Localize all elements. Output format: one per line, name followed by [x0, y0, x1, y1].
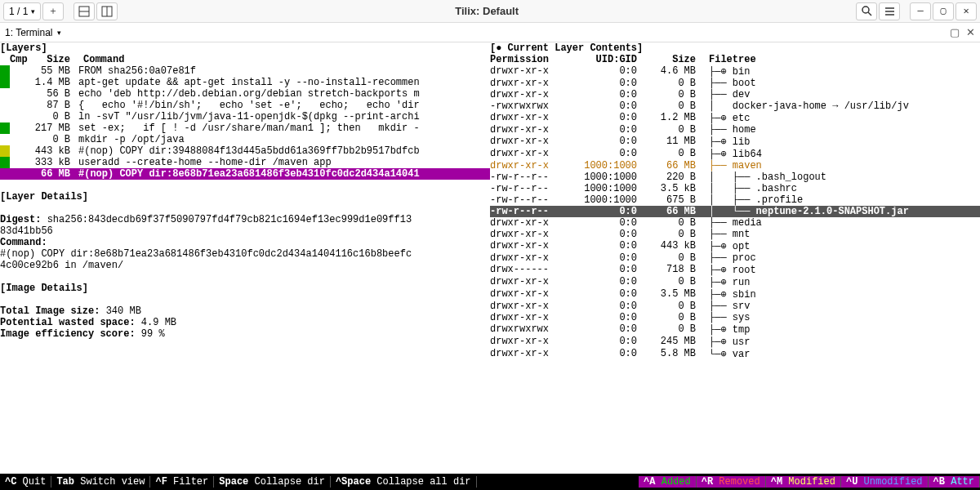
file-tree: ├─⊕ root — [702, 264, 980, 276]
footer-key-quit[interactable]: ^C Quit — [0, 476, 51, 488]
tab-bar: 1: Terminal ▾ ▢ ✕ — [0, 23, 980, 42]
close-window-button[interactable]: ✕ — [956, 2, 977, 20]
menu-button[interactable] — [879, 2, 900, 20]
file-uidgid: 0:0 — [564, 301, 637, 312]
layer-row[interactable]: 56 Becho 'deb http://deb.debian.org/debi… — [0, 88, 490, 100]
filetree-row[interactable]: drwxr-xr-x0:01.2 MB├─⊕ etc — [490, 112, 980, 124]
svg-point-4 — [862, 7, 869, 13]
image-details-title: [Image Details] — [0, 283, 490, 294]
cmp-indicator — [0, 145, 10, 157]
close-pane-icon[interactable]: ✕ — [966, 26, 975, 38]
footer-key-collapse-all-dir[interactable]: ^Space Collapse all dir — [331, 476, 477, 488]
legend-added[interactable]: ^A Added — [639, 476, 697, 488]
file-uidgid: 0:0 — [564, 264, 637, 276]
legend-removed[interactable]: ^R Removed — [697, 476, 766, 488]
file-tree: │ ├── .bash_logout — [702, 172, 980, 183]
file-tree: ├── boot — [702, 78, 980, 89]
search-button[interactable] — [856, 2, 877, 20]
file-size: 443 kB — [637, 240, 702, 252]
add-terminal-button[interactable]: ＋ — [42, 2, 64, 20]
window-toolbar: 1 / 1 ▾ ＋ Tilix: Default — ▢ ✕ — [0, 0, 980, 23]
filetree-row[interactable]: drwx------0:0718 B├─⊕ root — [490, 264, 980, 276]
filetree-row[interactable]: drwxr-xr-x0:0245 MB├─⊕ usr — [490, 336, 980, 348]
file-size: 0 B — [637, 276, 702, 288]
filetree-row[interactable]: drwxr-xr-x0:00 B├─⊕ lib64 — [490, 148, 980, 160]
legend-modified[interactable]: ^M Modified — [766, 476, 841, 488]
file-perm: drwxr-xr-x — [490, 336, 564, 348]
legend-attr[interactable]: ^B Attr — [929, 476, 980, 488]
maximize-pane-icon[interactable]: ▢ — [950, 26, 960, 38]
layers-list[interactable]: 55 MBFROM sha256:0a07e81f1.4 MBapt-get u… — [0, 65, 490, 180]
hdr-uidgid: UID:GID — [564, 54, 637, 65]
filetree-row[interactable]: -rw-r--r--1000:1000675 B│ ├── .profile — [490, 194, 980, 206]
layer-size: 56 B — [10, 88, 78, 100]
file-size: 0 B — [637, 78, 702, 89]
maximize-button[interactable]: ▢ — [933, 2, 954, 20]
footer-key-collapse-dir[interactable]: Space Collapse dir — [214, 476, 331, 488]
filetree-row[interactable]: drwxr-xr-x0:00 B├── srv — [490, 301, 980, 312]
command-label: Command: — [0, 237, 490, 248]
minimize-button[interactable]: — — [910, 2, 931, 20]
layer-row[interactable]: 217 MBset -ex; if [ ! -d /usr/share/man/… — [0, 122, 490, 134]
hdr-size: Size — [34, 54, 78, 65]
layer-row[interactable]: 0 Bmkdir -p /opt/java — [0, 134, 490, 145]
file-uidgid: 0:0 — [564, 65, 637, 78]
file-size: 11 MB — [637, 136, 702, 148]
file-uidgid: 0:0 — [564, 206, 637, 217]
layer-row[interactable]: 0 Bln -svT "/usr/lib/jvm/java-11-openjdk… — [0, 111, 490, 122]
footer-key-switch-view[interactable]: Tab Switch view — [51, 476, 150, 488]
layer-size: 66 MB — [10, 168, 78, 180]
layer-row[interactable]: 66 MB#(nop) COPY dir:8e68b71ea23a681486f… — [0, 168, 490, 180]
layer-row[interactable]: 333 kBuseradd --create-home --home-dir /… — [0, 157, 490, 168]
split-right-button[interactable] — [96, 2, 118, 20]
legend-unmodified[interactable]: ^U Unmodified — [841, 476, 929, 488]
chevron-down-icon[interactable]: ▾ — [57, 29, 61, 37]
filetree-row[interactable]: drwxr-xr-x0:00 B├── media — [490, 217, 980, 229]
file-size: 3.5 kB — [637, 183, 702, 194]
filetree-row[interactable]: drwxr-xr-x0:04.6 MB├─⊕ bin — [490, 65, 980, 78]
filetree-row[interactable]: -rw-r--r--1000:1000220 B│ ├── .bash_logo… — [490, 172, 980, 183]
file-size: 0 B — [637, 229, 702, 240]
file-uidgid: 0:0 — [564, 229, 637, 240]
file-uidgid: 0:0 — [564, 312, 637, 323]
layer-row[interactable]: 87 B{ echo '#!/bin/sh'; echo 'set -e'; e… — [0, 100, 490, 111]
file-perm: drwxr-xr-x — [490, 252, 564, 264]
filetree-row[interactable]: -rw-r--r--1000:10003.5 kB│ ├── .bashrc — [490, 183, 980, 194]
file-tree: ├─⊕ etc — [702, 112, 980, 124]
filetree-row[interactable]: drwxr-xr-x0:05.8 MB└─⊕ var — [490, 348, 980, 360]
layer-row[interactable]: 55 MBFROM sha256:0a07e81f — [0, 65, 490, 77]
filetree-list[interactable]: drwxr-xr-x0:04.6 MB├─⊕ bindrwxr-xr-x0:00… — [490, 65, 980, 360]
file-perm: drwxr-xr-x — [490, 276, 564, 288]
layer-command: { echo '#!/bin/sh'; echo 'set -e'; echo;… — [78, 100, 490, 111]
footer-bar: ^C QuitTab Switch view^F FilterSpace Col… — [0, 474, 980, 490]
filetree-row[interactable]: drwxr-xr-x1000:100066 MB├── maven — [490, 160, 980, 172]
filetree-row[interactable]: drwxr-xr-x0:00 B├── mnt — [490, 229, 980, 240]
file-uidgid: 0:0 — [564, 240, 637, 252]
tab-label[interactable]: 1: Terminal — [5, 27, 52, 38]
filetree-row[interactable]: drwxr-xr-x0:03.5 MB├─⊕ sbin — [490, 288, 980, 301]
footer-key-filter[interactable]: ^F Filter — [150, 476, 214, 488]
file-size: 66 MB — [637, 160, 702, 172]
file-tree: ├── proc — [702, 252, 980, 264]
filetree-row[interactable]: drwxr-xr-x0:00 B├── dev — [490, 89, 980, 100]
filetree-row[interactable]: drwxrwxrwx0:00 B├─⊕ tmp — [490, 323, 980, 336]
filetree-row[interactable]: drwxr-xr-x0:00 B├── home — [490, 124, 980, 136]
filetree-row[interactable]: -rw-r--r--0:066 MB│ └── neptune-2.1.0-SN… — [490, 206, 980, 217]
filetree-row[interactable]: drwxr-xr-x0:0443 kB├─⊕ opt — [490, 240, 980, 252]
file-perm: drwxr-xr-x — [490, 301, 564, 312]
session-selector[interactable]: 1 / 1 ▾ — [3, 2, 41, 20]
filetree-row[interactable]: drwxr-xr-x0:00 B├── boot — [490, 78, 980, 89]
terminal-area[interactable]: [Layers] Cmp Size Command 55 MBFROM sha2… — [0, 42, 980, 474]
layer-size: 443 kB — [10, 145, 78, 157]
filetree-row[interactable]: drwxr-xr-x0:00 B├─⊕ run — [490, 276, 980, 288]
cmp-indicator — [0, 168, 10, 180]
filetree-row[interactable]: drwxr-xr-x0:011 MB├─⊕ lib — [490, 136, 980, 148]
file-uidgid: 1000:1000 — [564, 172, 637, 183]
filetree-row[interactable]: -rwxrwxrwx0:00 B│ docker-java-home → /us… — [490, 100, 980, 112]
file-uidgid: 0:0 — [564, 78, 637, 89]
filetree-row[interactable]: drwxr-xr-x0:00 B├── proc — [490, 252, 980, 264]
filetree-row[interactable]: drwxr-xr-x0:00 B├── sys — [490, 312, 980, 323]
layer-row[interactable]: 443 kB#(nop) COPY dir:39488084f13d445a5b… — [0, 145, 490, 157]
layer-row[interactable]: 1.4 MBapt-get update && apt-get install … — [0, 77, 490, 88]
split-down-button[interactable] — [74, 2, 95, 20]
